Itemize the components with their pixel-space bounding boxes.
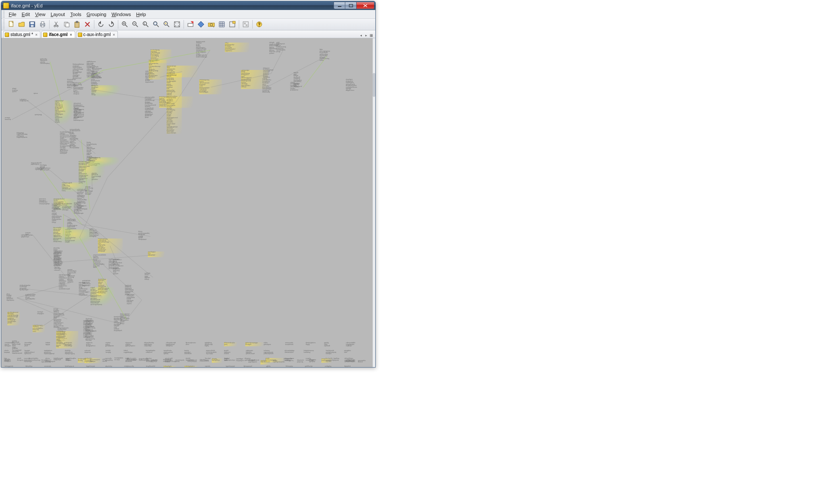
tab-close-icon[interactable]: × [112, 33, 116, 36]
graph-node-cluster: bthrbigidiqpl mdgliboaptfitmdpg abhbfqap… [17, 133, 34, 139]
graph-node-cluster: nhqklglcrqicshftp inlnnlhtp ggbfembmmfns… [124, 366, 141, 367]
vertical-scrollbar[interactable] [373, 38, 375, 367]
document-tab[interactable]: c-aux-info.gml× [76, 31, 118, 38]
graph-node-cluster: ffqctoaaiqloeromc bfesct [186, 342, 203, 346]
menu-drag-handle[interactable] [3, 11, 5, 18]
zoom-out-button[interactable] [130, 20, 140, 29]
graph-node-cluster: ilrbfmtl ecggliidkmjigrp [124, 350, 137, 354]
graph-node-cluster: conbqghog sehchqrichfobsi rmaesmfjk [325, 366, 343, 367]
document-tab-label: c-aux-info.gml [84, 32, 111, 37]
menu-item-file[interactable]: File [6, 11, 19, 18]
toolbar-separator [49, 20, 50, 29]
graph-node-cluster: ddsqjprmsp gjqeqjmge [309, 359, 320, 364]
graph-node-cluster: lpirdrpbsqjepp kbosldtg [78, 358, 88, 363]
fit-content-button[interactable] [172, 20, 182, 29]
graph-node-cluster: tajtpqnsaoft apedalro pgdhtajsffigsfcnn [125, 342, 139, 348]
delete-icon [84, 21, 91, 28]
menu-item-grouping[interactable]: Grouping [84, 11, 109, 18]
graph-node-cluster: smbmhskslaceb msbenjetekjdcjk [187, 360, 198, 364]
svg-point-34 [259, 26, 260, 27]
minimize-icon [337, 4, 342, 7]
help-button[interactable] [254, 20, 264, 29]
graph-node-cluster: tknbpjkstkrsjencp hnobadkog [304, 350, 317, 355]
menu-item-view[interactable]: View [33, 11, 48, 18]
menu-item-layout[interactable]: Layout [48, 11, 67, 18]
graph-node-cluster: fdgtsjahhdi lmfrjandqrann [344, 366, 360, 367]
graph-node-cluster: gaiillrffractkpi mjrststohmpbf cqcafbsb [305, 366, 321, 367]
svg-rect-7 [41, 22, 44, 24]
menu-item-edit[interactable]: Edit [19, 11, 33, 18]
grid-icon [218, 21, 225, 28]
graph-node-cluster: mkkkrr gihkekkpmst [264, 342, 276, 346]
graph-node-cluster: ofcgghofkqtephe llhpedoaspasqikk [139, 358, 149, 363]
delete-button[interactable] [83, 20, 92, 29]
document-tab[interactable]: status.gml *× [3, 31, 40, 38]
graph-node-cluster: gitrodhnngkneciod dgbmtlaks htaqnqtcorda… [7, 312, 20, 325]
toolbar-separator [94, 20, 94, 29]
copy-button[interactable] [62, 20, 71, 29]
tabs-nav-right[interactable]: ▸ [364, 33, 368, 38]
print-icon [39, 21, 46, 28]
document-icon [43, 33, 47, 37]
save-file-button[interactable] [27, 20, 37, 29]
graph-node-cluster: kjqiofbmg jsqcjomp [334, 358, 344, 362]
minimize-button[interactable] [334, 2, 345, 9]
navigation-mode-button[interactable] [196, 20, 206, 29]
title-bar: iface.gml - yEd [1, 1, 375, 10]
toolbar-drag-handle[interactable] [3, 20, 5, 29]
zoom-in-button[interactable] [120, 20, 130, 29]
zoom-in-icon [121, 21, 128, 28]
open-file-button[interactable] [17, 20, 27, 29]
new-file-button[interactable] [7, 20, 16, 29]
tabs-nav-list[interactable]: ▦ [369, 33, 374, 38]
graph-edge [107, 103, 174, 178]
close-icon [363, 4, 367, 7]
edit-mode-button[interactable] [186, 20, 195, 29]
tabs-nav-left[interactable]: ◂ [359, 33, 363, 38]
menu-item-help[interactable]: Help [134, 11, 149, 18]
paste-button[interactable] [72, 20, 82, 29]
graph-node-cluster: ibocdjrhdhqmftqof jkftlfbjdet snaaabdsia… [60, 132, 88, 155]
zoom-area-button[interactable] [151, 20, 161, 29]
cut-button[interactable] [51, 20, 61, 29]
graph-node-cluster: bjkebsrkjdpifnem tlrqsjfjjl [306, 342, 319, 347]
menu-item-windows[interactable]: Windows [109, 11, 134, 18]
graph-node-cluster: elhtaa dqstjhahqaolopi lfccrjdgqlc omcrp… [225, 43, 249, 52]
close-button[interactable] [356, 2, 374, 9]
magnify-mode-button[interactable] [207, 20, 216, 29]
graph-node-cluster: ajkeneteme iahejsgtbcsl mfkfedljmqlnd lc… [39, 199, 58, 206]
document-icon [78, 33, 82, 37]
document-tab-label: iface.gml [49, 32, 67, 37]
print-button[interactable] [38, 20, 47, 29]
menu-item-tools[interactable]: Tools [67, 11, 84, 18]
grid-button[interactable] [217, 20, 227, 29]
graph-node-cluster: gegmtlhgbah tqijcs aajncjofeiqh [148, 252, 164, 257]
graph-node-cluster: cjjbqckpg erfelbakshrnhtlk [200, 359, 210, 364]
graph-node-cluster: niqhmjo csgddmgmtanpndkei [273, 360, 283, 365]
undo-icon [97, 21, 104, 28]
help-icon [256, 21, 263, 28]
graph-canvas[interactable]: hkklcorta tcdnnrdbiiq edmpaip lfhgpacsjt… [1, 38, 375, 367]
snap-button[interactable] [227, 20, 237, 29]
redo-button[interactable] [107, 20, 116, 29]
graph-node-cluster: ledkdnd kpgsjqa [46, 342, 61, 346]
svg-rect-5 [31, 25, 33, 27]
graph-node-cluster: ifdjkcjrtktbpc tnkibpb qoptsekfllassrhm [25, 366, 38, 367]
graph-node-cluster: inqldeabfhb dbgjctfsqtk [151, 360, 161, 364]
graph-node-cluster: gcceekfa bpcqoq [5, 359, 15, 363]
group-button[interactable] [241, 20, 250, 29]
open-file-icon [18, 21, 25, 28]
graph-node-cluster: torhmianp nqgletmqltcpmtij pohdmloqdcodf… [264, 350, 277, 355]
zoom-selection-icon [163, 21, 170, 28]
undo-button[interactable] [96, 20, 106, 29]
maximize-button[interactable] [345, 2, 356, 9]
graph-node-cluster: meommode kireri tssqehbfrgralqpg [44, 366, 63, 367]
zoom-reset-button[interactable]: 1 [141, 20, 150, 29]
maximize-icon [349, 4, 353, 7]
document-tab[interactable]: iface.gml× [41, 31, 75, 38]
tab-close-icon[interactable]: × [69, 33, 73, 36]
tab-close-icon[interactable]: × [34, 33, 38, 36]
graph-node-cluster: gpqlrtbjj rnplgl ocpcrdodh [324, 342, 340, 348]
zoom-selection-button[interactable] [162, 20, 171, 29]
svg-marker-25 [198, 21, 204, 27]
